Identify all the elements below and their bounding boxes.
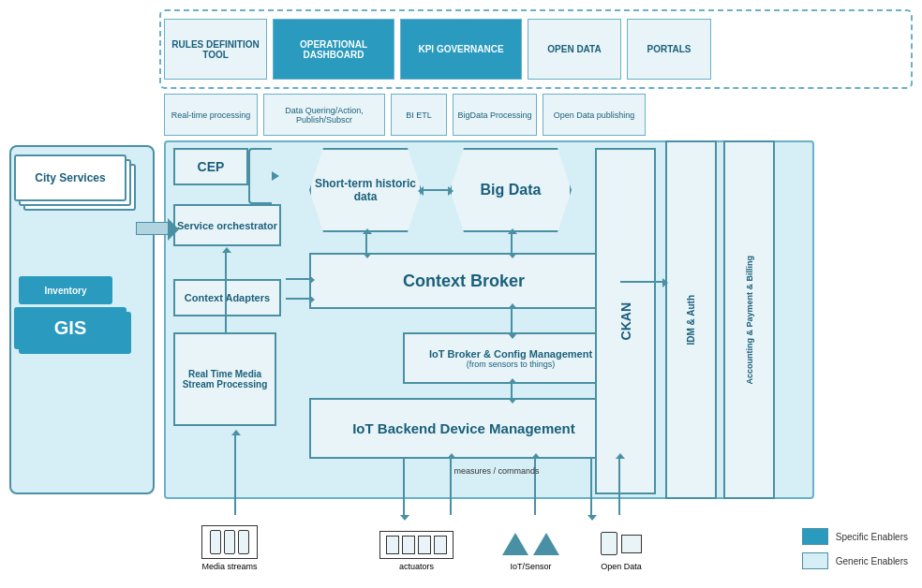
diagram-container: RULES DEFINITION TOOL OPERATIONAL DASHBO… (0, 0, 922, 588)
iot-sensor-group: IoT/Sensor (497, 529, 565, 571)
media-streams-group: Media streams (201, 525, 258, 571)
big-data-box: Big Data (450, 148, 572, 232)
iot-backend-box: IoT Backend Device Management (309, 398, 618, 459)
media-streams-label: Media streams (201, 562, 258, 571)
media-icon-3 (238, 530, 249, 554)
media-icon-2 (224, 530, 235, 554)
gis-box: GIS (14, 307, 126, 349)
kpi-governance-box: KPI GOVERNANCE (400, 19, 522, 80)
arrow-bigdata-broker (511, 234, 513, 253)
arrow-city-to-orch (136, 222, 169, 235)
accounting-box: Accounting & Payment & Billing (723, 140, 775, 499)
cep-box: CEP (173, 148, 248, 185)
arrow-down-left (403, 459, 405, 515)
context-broker-box: Context Broker (309, 253, 618, 309)
media-icon-1 (210, 530, 221, 554)
city-services-box: City Services (14, 154, 126, 201)
portals-box: PORTALS (627, 19, 711, 80)
actuator-icon-1 (386, 536, 399, 554)
sensor-icon-2 (533, 533, 559, 555)
measures-commands-label: measures / commands (450, 466, 543, 476)
arrow-down-right (590, 459, 592, 515)
service-orchestrator-box: Service orchestrator (173, 204, 281, 246)
bigdata-processing-box: BigData Processing (453, 94, 537, 136)
rtms-box: Real Time Media Stream Processing (173, 332, 276, 426)
legend: Specific Enablers Generic Enablers (802, 528, 908, 569)
rules-definition-box: RULES DEFINITION TOOL (164, 19, 267, 80)
actuator-icon-2 (402, 536, 415, 554)
opendata-icon-1 (601, 532, 617, 555)
arrow-orch-to-broker (286, 278, 309, 280)
arrow-rtms-up (225, 253, 227, 332)
second-row: Real-time processing Data Quering/Action… (164, 94, 908, 136)
operational-dashboard-box: OPERATIONAL DASHBOARD (273, 19, 394, 80)
actuator-icons (379, 531, 454, 559)
context-adapters-box: Context Adapters (173, 279, 281, 316)
actuator-icon-3 (418, 536, 431, 554)
arrow-media-up (234, 435, 236, 515)
sensor-icon-1 (502, 533, 528, 555)
opendata-device-icons (595, 528, 647, 559)
iot-broker-box: IoT Broker & Config Management (from sen… (403, 332, 618, 384)
inventory-box: Inventory (19, 276, 112, 304)
opendata-publishing-box: Open Data publishing (543, 94, 646, 136)
arrow-opendata-up (618, 459, 620, 515)
idm-box: IDM & Auth (665, 140, 717, 499)
arrow-shortterm-broker (365, 234, 367, 253)
short-term-historic-box: Short-term historic data (309, 148, 422, 232)
legend-generic-color (802, 552, 828, 569)
realtime-processing-box: Real-time processing (164, 94, 258, 136)
arrow-broker-to-ckan (620, 281, 662, 283)
arrow-adapt-to-broker (286, 298, 309, 300)
data-query-box: Data Quering/Action, Publish/Subscr (263, 94, 385, 136)
arrow-iotbroker-contextbroker (511, 309, 513, 333)
opendata-icon-2 (621, 535, 642, 553)
open-data-label: Open Data (595, 562, 647, 571)
top-row: RULES DEFINITION TOOL OPERATIONAL DASHBO… (164, 14, 908, 84)
open-data-top-box: OPEN DATA (528, 19, 621, 80)
actuator-icon-4 (434, 536, 447, 554)
sensor-icons (497, 529, 565, 559)
actuators-group: actuators (379, 531, 454, 571)
arrow-iotbackend-iotbroker (511, 384, 513, 398)
legend-specific-color (802, 528, 828, 545)
legend-specific: Specific Enablers (802, 528, 908, 545)
open-data-devices-group: Open Data (595, 528, 647, 571)
iot-sensor-label: IoT/Sensor (497, 562, 565, 571)
bi-etl-box: BI ETL (391, 94, 447, 136)
arrow-shortterm-bigdata (424, 189, 448, 191)
curly-arrow (248, 148, 272, 204)
media-icons (201, 525, 258, 559)
actuators-label: actuators (379, 562, 454, 571)
legend-generic: Generic Enablers (802, 552, 908, 569)
ckan-box: CKAN (595, 148, 656, 494)
